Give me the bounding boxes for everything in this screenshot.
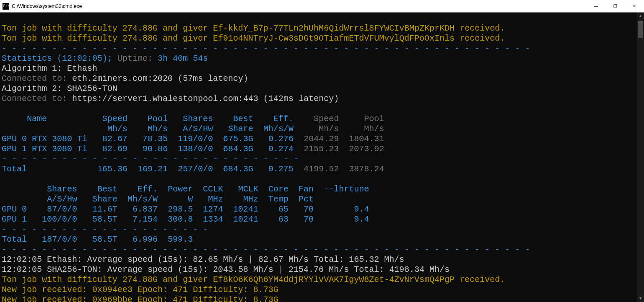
cmd-window: C:\Windows\system32\cmd.exe — ❐ ✕ Ton jo… [0,0,644,302]
maximize-button[interactable]: ❐ [605,0,625,13]
minimize-button[interactable]: — [586,0,605,13]
algo-line: Algorithm 1: Ethash [2,64,97,73]
log-line: Ton job with difficulty 274.88G and give… [2,23,505,33]
table-row-alt: 2155.23 2073.92 [293,144,384,154]
log-line: New job received: 0x969bbe Epoch: 471 Di… [2,295,278,302]
avg-speed-line: 12:02:05 Ethash: Average speed (15s): 82… [2,255,404,264]
table-row: GPU 1 100/0/0 58.5T 7.154 300.8 1334 102… [2,214,369,224]
close-button[interactable]: ✕ [625,0,644,13]
table-row-alt: 2044.29 1804.31 [293,134,384,144]
separator: - - - - - - - - - - - - - - - - - - - - … [2,44,535,53]
table-total: Total 165.36 169.21 257/0/0 684.3G 0.275 [2,164,293,174]
table-row: GPU 1 RTX 3080 Ti 82.69 90.86 138/0/0 68… [2,144,293,154]
scrollbar[interactable]: ▲ ▼ [637,13,644,302]
algo-line: Algorithm 2: SHA256-TON [2,84,117,93]
scroll-down-icon[interactable]: ▼ [637,295,644,302]
stats-label: Statistics (12:02:05); [2,54,117,63]
pool-url: https://server1.whalestonpool.com:443 [72,94,258,103]
table-header-alt: Mh/s Mh/s [293,124,384,134]
table-header: A/S/Hw Share Mh/s/W W MHz MHz Temp Pct [2,194,314,204]
separator: - - - - - - - - - - - - - - - - - - - - … [2,245,535,254]
window-title: C:\Windows\system32\cmd.exe [12,3,82,9]
log-line: Ton job with difficulty 274.88G and give… [2,34,505,43]
console-output[interactable]: Ton job with difficulty 274.88G and give… [0,13,644,302]
table-header: Name Speed Pool Shares Best Eff. [2,114,293,124]
uptime-label: Uptime: [117,54,158,63]
scroll-up-icon[interactable]: ▲ [637,13,644,20]
connected-label: Connected to: [2,74,72,83]
table-total-alt: 4199.52 3878.24 [293,164,384,174]
latency: (57ms latency) [173,74,248,83]
table-header-alt: Speed Pool [293,114,384,124]
cmd-icon [3,3,9,10]
latency: (142ms latency) [258,94,339,103]
table-total: Total 187/0/0 58.5T 6.996 599.3 [2,235,193,244]
table-row: GPU 0 RTX 3080 Ti 82.67 78.35 119/0/0 67… [2,134,293,144]
log-line: Ton job with difficulty 274.88G and give… [2,275,505,284]
table-header: Shares Best Eff. Power CCLK MCLK Core Fa… [2,184,369,194]
table-header: Mh/s Mh/s A/S/Hw Share Mh/s/W [2,124,293,134]
separator: - - - - - - - - - - - - - - - - - - - - … [2,225,208,234]
pool-url: eth.2miners.com:2020 [72,74,173,83]
log-line: New job received: 0x094ee3 Epoch: 471 Di… [2,285,278,294]
uptime-value: 3h 40m 54s [158,54,208,63]
separator: - - - - - - - - - - - - - - - - - - - - … [2,154,299,164]
scroll-thumb[interactable] [638,21,643,38]
titlebar[interactable]: C:\Windows\system32\cmd.exe — ❐ ✕ [0,0,644,13]
connected-label: Connected to: [2,94,72,103]
table-row: GPU 0 87/0/0 11.6T 6.837 298.5 1274 1024… [2,204,369,214]
avg-speed-line: 12:02:05 SHA256-TON: Average speed (15s)… [2,265,449,274]
